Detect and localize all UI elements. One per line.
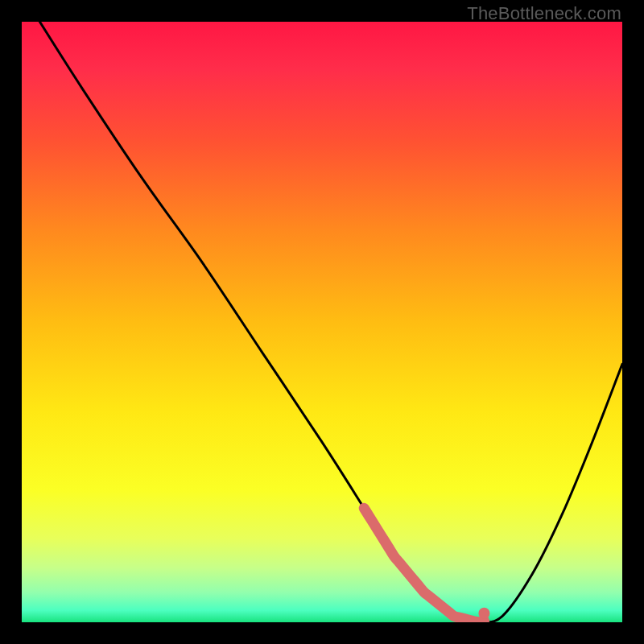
plot-area: [22, 22, 622, 622]
bottleneck-curve: [39, 22, 622, 622]
chart-stage: TheBottleneck.com: [0, 0, 644, 644]
curve-layer: [22, 22, 622, 622]
highlight-end-dot: [478, 608, 489, 619]
highlight-band: [364, 508, 484, 621]
